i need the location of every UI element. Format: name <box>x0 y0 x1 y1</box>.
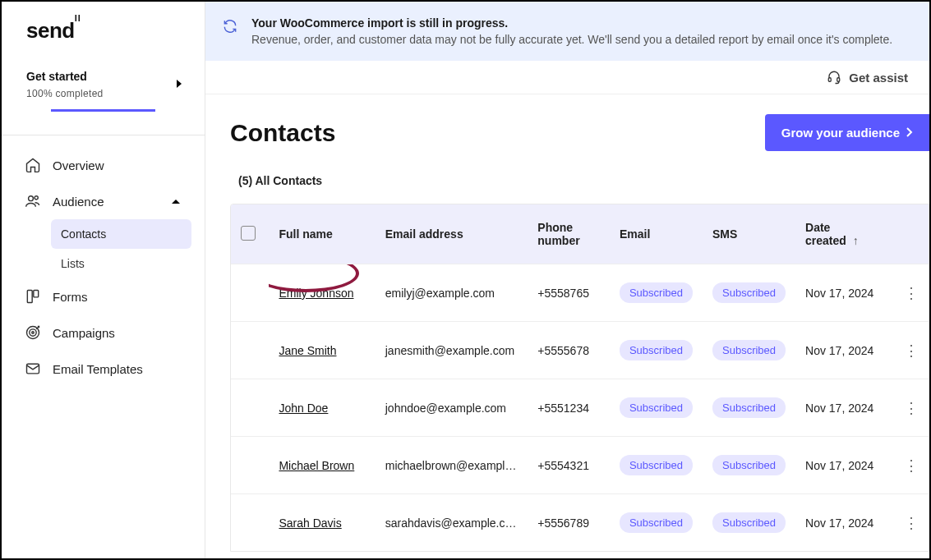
contact-date: Nov 17, 2024 <box>795 437 894 494</box>
select-all-checkbox[interactable] <box>241 226 256 241</box>
sms-status-badge: Subscribed <box>712 282 786 303</box>
email-status-badge: Subscribed <box>620 397 693 418</box>
column-header-date-created[interactable]: Datecreated↑ <box>795 204 894 264</box>
svg-rect-3 <box>34 291 39 297</box>
svg-point-5 <box>30 329 36 336</box>
sidebar-item-campaigns[interactable]: Campaigns <box>15 314 191 351</box>
column-header-phone[interactable]: Phonenumber <box>528 204 610 264</box>
contact-name-link[interactable]: Emily Johnson <box>279 287 353 300</box>
target-icon <box>25 324 41 341</box>
home-icon <box>25 157 41 173</box>
table-row: Michael Brownmichaelbrown@example…+55543… <box>231 437 929 494</box>
sms-status-badge: Subscribed <box>712 512 786 533</box>
column-header-sms-status[interactable]: SMS <box>703 204 795 264</box>
contact-name-link[interactable]: Sarah Davis <box>279 516 341 530</box>
sidebar-item-label: Campaigns <box>53 326 115 340</box>
progress-bar <box>51 109 155 112</box>
contact-phone: +5551234 <box>528 379 610 437</box>
users-icon <box>25 193 41 209</box>
contact-email: johndoe@example.com <box>376 379 528 437</box>
contact-date: Nov 17, 2024 <box>795 264 894 322</box>
svg-point-0 <box>29 196 34 201</box>
sidebar-item-audience[interactable]: Audience <box>15 183 191 219</box>
column-header-fullname[interactable]: Full name <box>269 204 375 264</box>
row-more-icon[interactable]: ⋮ <box>904 457 919 474</box>
contact-phone: +5555678 <box>528 322 610 379</box>
email-status-badge: Subscribed <box>620 282 693 303</box>
chevron-right-icon <box>175 78 183 93</box>
import-banner: Your WooCommerce import is still in prog… <box>205 2 929 61</box>
envelope-icon <box>25 360 41 377</box>
banner-subtitle: Revenue, order, and customer data may no… <box>251 33 892 46</box>
brand-logo: sendII <box>26 18 81 43</box>
row-more-icon[interactable]: ⋮ <box>904 285 919 301</box>
contact-name-link[interactable]: John Doe <box>279 402 328 415</box>
grow-audience-button[interactable]: Grow your audience <box>765 114 929 151</box>
contact-email: sarahdavis@example.com <box>376 494 528 552</box>
svg-point-1 <box>35 196 38 200</box>
contact-date: Nov 17, 2024 <box>795 494 894 552</box>
sync-icon <box>222 18 238 34</box>
sidebar-item-label: Audience <box>53 195 104 209</box>
row-more-icon[interactable]: ⋮ <box>904 515 919 531</box>
svg-rect-2 <box>27 291 32 303</box>
row-more-icon[interactable]: ⋮ <box>904 400 919 416</box>
contact-date: Nov 17, 2024 <box>795 379 894 437</box>
sms-status-badge: Subscribed <box>712 455 786 475</box>
assist-label: Get assist <box>849 71 908 85</box>
sidebar-item-overview[interactable]: Overview <box>15 147 191 183</box>
svg-rect-9 <box>837 78 840 82</box>
sort-arrow-up-icon: ↑ <box>853 234 859 247</box>
svg-point-6 <box>32 332 35 334</box>
contact-email: janesmith@example.com <box>376 322 528 379</box>
row-more-icon[interactable]: ⋮ <box>904 342 919 359</box>
table-row: John Doejohndoe@example.com+5551234Subsc… <box>231 379 929 437</box>
banner-title: Your WooCommerce import is still in prog… <box>251 16 892 30</box>
sidebar-item-label: Forms <box>53 290 88 304</box>
sidebar-item-email-templates[interactable]: Email Templates <box>15 351 191 387</box>
table-row: Emily Johnsonemilyj@example.com+5558765S… <box>231 264 929 322</box>
contact-name-link[interactable]: Michael Brown <box>279 459 354 472</box>
topbar: Get assist <box>205 61 929 94</box>
tab-all-contacts[interactable]: (5) All Contacts <box>238 174 322 187</box>
page-title: Contacts <box>230 119 335 147</box>
table-row: Sarah Davissarahdavis@example.com+555678… <box>231 494 929 552</box>
contact-date: Nov 17, 2024 <box>795 322 894 379</box>
sidebar-subitem-contacts[interactable]: Contacts <box>51 219 191 249</box>
svg-rect-8 <box>829 78 832 82</box>
chevron-up-icon <box>170 195 182 209</box>
sidebar-nav: Overview Audience Contacts Lists Form <box>2 135 205 398</box>
column-header-email-status[interactable]: Email <box>610 204 703 264</box>
sidebar-item-label: Overview <box>53 158 104 172</box>
sms-status-badge: Subscribed <box>712 340 786 360</box>
get-started-title: Get started <box>26 70 180 83</box>
contact-phone: +5556789 <box>528 494 610 552</box>
email-status-badge: Subscribed <box>620 340 693 360</box>
grow-audience-label: Grow your audience <box>781 126 900 140</box>
sidebar-item-forms[interactable]: Forms <box>15 278 191 314</box>
get-started-card[interactable]: Get started 100% completed <box>2 55 205 120</box>
sms-status-badge: Subscribed <box>712 397 786 418</box>
get-started-subtitle: 100% completed <box>26 88 180 99</box>
contacts-table: Full name Email address Phonenumber Emai… <box>230 204 929 552</box>
contact-email: michaelbrown@example… <box>376 437 528 494</box>
get-assist-button[interactable]: Get assist <box>826 69 908 85</box>
sidebar-subitem-lists[interactable]: Lists <box>51 249 191 278</box>
table-row: Jane Smithjanesmith@example.com+5555678S… <box>231 322 929 379</box>
sidebar-item-label: Email Templates <box>53 362 143 376</box>
chevron-right-icon <box>906 126 913 140</box>
contact-phone: +5558765 <box>528 264 610 322</box>
main-content: Your WooCommerce import is still in prog… <box>205 2 929 558</box>
contact-phone: +5554321 <box>528 437 610 494</box>
column-header-email[interactable]: Email address <box>376 204 528 264</box>
contact-name-link[interactable]: Jane Smith <box>279 344 336 357</box>
sidebar: sendII Get started 100% completed Overvi… <box>2 2 205 558</box>
email-status-badge: Subscribed <box>620 455 693 475</box>
forms-icon <box>25 288 41 305</box>
email-status-badge: Subscribed <box>620 512 693 533</box>
contact-email: emilyj@example.com <box>376 264 528 322</box>
headset-icon <box>826 69 842 85</box>
